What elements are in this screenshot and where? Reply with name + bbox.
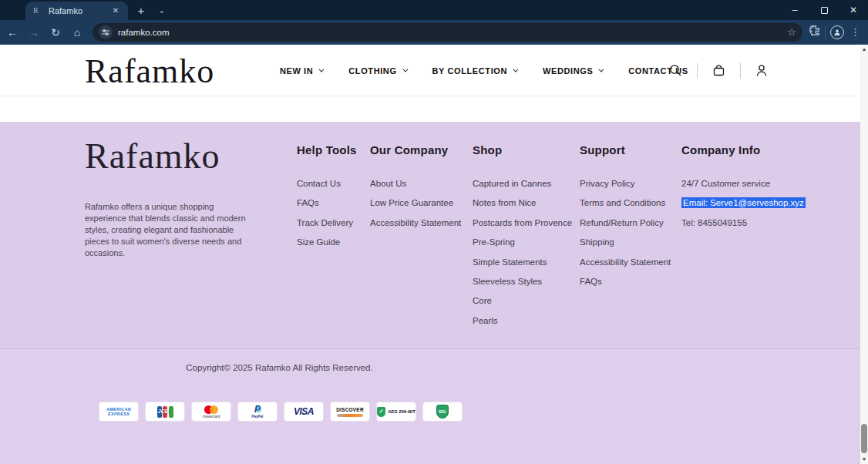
reload-icon[interactable]: ↻ bbox=[46, 23, 65, 42]
footer-link[interactable]: Postcards from Provence bbox=[473, 214, 572, 233]
nav-label: NEW IN bbox=[280, 66, 313, 76]
tab-title: Rafamko bbox=[49, 6, 109, 15]
footer-link[interactable]: Track Delivery bbox=[297, 214, 357, 233]
extensions-puzzle-icon[interactable] bbox=[809, 25, 820, 39]
bookmark-star-icon[interactable]: ☆ bbox=[787, 26, 796, 38]
address-bar[interactable]: rafamko.com ☆ bbox=[93, 23, 802, 42]
window-maximize-button[interactable] bbox=[809, 0, 839, 20]
footer-column-title: Shop bbox=[473, 143, 572, 156]
copyright-text: Copyright© 2025 Rafamko All Rights Reser… bbox=[186, 363, 372, 372]
chevron-down-icon bbox=[402, 67, 408, 72]
discover-swoosh bbox=[337, 414, 363, 417]
footer-link[interactable]: Accessibility Statement bbox=[370, 214, 461, 233]
site-header: Rafamko NEW IN CLOTHING BY COLLECTION WE… bbox=[0, 45, 860, 96]
page-scrollbar[interactable]: ▲ ▼ bbox=[860, 45, 868, 464]
footer-link[interactable]: FAQs bbox=[297, 193, 357, 213]
nav-label: BY COLLECTION bbox=[432, 66, 507, 76]
maximize-icon bbox=[821, 7, 828, 14]
main-navigation: NEW IN CLOTHING BY COLLECTION WEDDINGS C… bbox=[280, 45, 688, 96]
new-tab-button[interactable]: + bbox=[134, 4, 148, 18]
footer-link[interactable]: Pearls bbox=[473, 311, 572, 331]
nav-item-clothing[interactable]: CLOTHING bbox=[348, 66, 405, 76]
header-icons bbox=[669, 45, 768, 96]
footer-link[interactable]: Size Guide bbox=[297, 233, 357, 252]
forward-icon[interactable]: → bbox=[25, 23, 43, 42]
page-viewport: Rafamko NEW IN CLOTHING BY COLLECTION WE… bbox=[0, 45, 868, 464]
footer-link[interactable]: About Us bbox=[370, 174, 461, 193]
visa-label: VISA bbox=[294, 406, 314, 417]
nav-item-new-in[interactable]: NEW IN bbox=[280, 66, 322, 76]
footer-link[interactable]: Contact Us bbox=[297, 174, 357, 193]
scrollbar-thumb[interactable] bbox=[861, 424, 867, 453]
payment-aes-badge: ✓ AES 256-BIT bbox=[376, 402, 416, 422]
selected-email-text: Email: Serve1@serveshop.xyz bbox=[681, 197, 806, 208]
customer-service-text: 24/7 Customer service bbox=[681, 174, 806, 193]
cart-bag-icon[interactable] bbox=[712, 64, 725, 77]
aes-label: AES 256-BIT bbox=[388, 409, 415, 414]
browser-titlebar: R Rafamko ✕ + ⌄ – ✕ bbox=[0, 0, 868, 20]
site-logo[interactable]: Rafamko bbox=[85, 52, 214, 91]
footer-link[interactable]: Low Price Guarantee bbox=[370, 193, 461, 213]
toolbar-separator bbox=[825, 26, 826, 39]
search-icon[interactable] bbox=[669, 64, 682, 77]
footer-brand: Rafamko Rafamko offers a unique shopping… bbox=[85, 136, 270, 259]
payment-visa-badge: VISA bbox=[284, 402, 324, 422]
browser-tab[interactable]: R Rafamko ✕ bbox=[25, 2, 128, 20]
ssl-shield-icon: SSL bbox=[436, 405, 449, 419]
footer-link[interactable]: Refund/Return Policy bbox=[580, 214, 671, 233]
window-close-button[interactable]: ✕ bbox=[839, 0, 868, 20]
footer-link[interactable]: Pre-Spring bbox=[473, 233, 572, 252]
payment-jcb-badge: JCB bbox=[145, 402, 185, 422]
footer-column-company-info: Company Info 24/7 Customer service Email… bbox=[681, 143, 806, 233]
footer-link[interactable]: Notes from Nice bbox=[473, 193, 572, 213]
tab-close-icon[interactable]: ✕ bbox=[109, 5, 122, 17]
footer-description: Rafamko offers a unique shopping experie… bbox=[85, 201, 256, 259]
url-text[interactable]: rafamko.com bbox=[118, 28, 787, 37]
paypal-label: PayPal bbox=[252, 415, 264, 419]
discover-label: DISCOVER bbox=[336, 407, 364, 412]
nav-item-weddings[interactable]: WEDDINGS bbox=[543, 66, 602, 76]
footer-link[interactable]: Simple Statements bbox=[473, 253, 572, 272]
payment-methods-row: AMERICAN EXPRESS JCB mastercard bbox=[99, 402, 463, 422]
footer-link[interactable]: Accessibility Statement bbox=[580, 253, 671, 272]
site-info-icon[interactable] bbox=[99, 25, 113, 39]
footer-column-help-tools: Help Tools Contact Us FAQs Track Deliver… bbox=[297, 143, 357, 253]
account-person-icon[interactable] bbox=[755, 64, 768, 77]
browser-menu-icon[interactable]: ⋮ bbox=[850, 26, 860, 38]
footer-column-title: Help Tools bbox=[297, 143, 357, 156]
payment-amex-badge: AMERICAN EXPRESS bbox=[99, 402, 139, 422]
back-icon[interactable]: ← bbox=[3, 23, 22, 42]
payment-discover-badge: DISCOVER bbox=[330, 402, 370, 422]
footer-column-support: Support Privacy Policy Terms and Conditi… bbox=[580, 143, 671, 291]
footer-link[interactable]: Captured in Cannes bbox=[473, 174, 572, 193]
home-icon[interactable]: ⌂ bbox=[68, 23, 86, 42]
mastercard-orange-circle bbox=[210, 405, 218, 414]
footer-link[interactable]: Terms and Conditions bbox=[580, 193, 671, 213]
scrollbar-up-icon[interactable]: ▲ bbox=[860, 45, 868, 54]
footer-link[interactable]: Privacy Policy bbox=[580, 174, 671, 193]
footer-column-title: Support bbox=[580, 143, 671, 156]
window-minimize-button[interactable]: – bbox=[780, 0, 809, 20]
payment-ssl-badge: SSL bbox=[422, 402, 463, 422]
tab-list-chevron-icon[interactable]: ⌄ bbox=[155, 4, 169, 18]
chevron-down-icon bbox=[599, 67, 604, 72]
tab-favicon-icon: R bbox=[33, 6, 42, 15]
site-footer: Rafamko Rafamko offers a unique shopping… bbox=[0, 122, 860, 348]
nav-item-by-collection[interactable]: BY COLLECTION bbox=[432, 66, 516, 76]
profile-avatar-icon[interactable] bbox=[830, 25, 844, 39]
company-email-text: Email: Serve1@serveshop.xyz bbox=[681, 193, 806, 213]
footer-link[interactable]: FAQs bbox=[580, 272, 671, 291]
jcb-stripe-green bbox=[169, 406, 173, 418]
amex-label: EXPRESS bbox=[108, 412, 130, 416]
scrollbar-down-icon[interactable]: ▼ bbox=[860, 455, 868, 464]
payment-paypal-badge: P PayPal bbox=[237, 402, 278, 422]
footer-link[interactable]: Shipping bbox=[580, 233, 671, 252]
paypal-p-icon: P bbox=[254, 405, 261, 414]
mastercard-label: mastercard bbox=[203, 415, 220, 419]
header-separator bbox=[697, 63, 698, 79]
footer-link[interactable]: Core bbox=[473, 291, 572, 311]
chevron-down-icon bbox=[513, 67, 518, 72]
footer-column-shop: Shop Captured in Cannes Notes from Nice … bbox=[473, 143, 572, 331]
footer-column-title: Company Info bbox=[681, 143, 806, 156]
footer-link[interactable]: Sleeveless Styles bbox=[473, 272, 572, 291]
